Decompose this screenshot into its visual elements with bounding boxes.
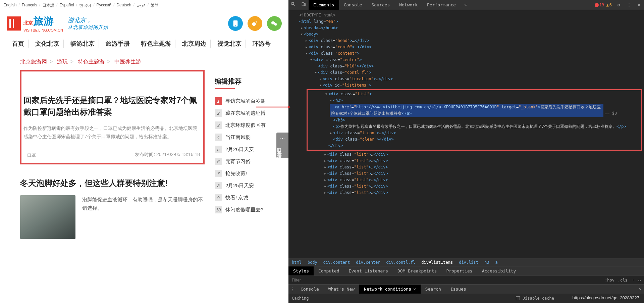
crumb-item[interactable]: div.list (459, 260, 478, 265)
styles-pane-icon[interactable]: ▭ (638, 278, 641, 283)
wechat-icon[interactable] (267, 16, 282, 31)
devtools-tab[interactable]: Console (339, 0, 367, 10)
nav-item[interactable]: 畅游北京 (66, 40, 99, 48)
logo-big: 旅游 (34, 14, 54, 28)
disable-cache-checkbox[interactable] (516, 296, 520, 300)
devtools-tab[interactable]: Performance (422, 0, 461, 10)
sidebar-item[interactable]: 2藏在京城的遗址博 (215, 107, 268, 119)
bc-theme[interactable]: 特色主题游 (78, 59, 105, 64)
article-highlighted: 回家后先洗手还是摘口罩？地坛医院专家对7个佩戴口罩问题给出标准答案 作为防控新冠… (20, 70, 205, 164)
article-tag[interactable]: 口罩 (25, 152, 38, 159)
lang-link[interactable]: Français (22, 3, 37, 8)
sidebar-item[interactable]: 4当江南风韵 (215, 131, 268, 143)
nav-item[interactable]: 旅游手册 (102, 40, 134, 48)
logo[interactable]: 北京 旅游 VISITBEIJING.COM.CN (7, 14, 63, 32)
styles-tab[interactable]: Accessibility (477, 266, 521, 275)
gear-icon[interactable]: ⚙ (614, 2, 624, 7)
devtools-tab[interactable]: Sources (367, 0, 394, 10)
drawer-tab[interactable]: Issues (446, 285, 471, 294)
lang-link[interactable]: English (3, 3, 16, 8)
drawer-kebab-icon[interactable]: ⋮ (288, 287, 296, 292)
sidebar-item[interactable]: 6元宵节习俗 (215, 155, 268, 167)
nav-item[interactable]: 特色主题游 (137, 40, 175, 48)
nav-item[interactable]: 北京周边 (178, 40, 211, 48)
social-icons (228, 16, 282, 31)
device-icon[interactable] (299, 2, 309, 8)
devtools: ElementsConsoleSourcesNetworkPerformance… (288, 0, 644, 303)
hov-toggle[interactable]: :hov (605, 278, 614, 283)
filter-input[interactable] (292, 278, 605, 283)
article-title[interactable]: 回家后先洗手还是摘口罩？地坛医院专家对7个佩戴口罩问题给出标准答案 (23, 95, 201, 118)
nav-item[interactable]: 文化北京 (31, 40, 64, 48)
sidebar-item[interactable]: 82月25日天安 (215, 180, 268, 192)
more-tabs-icon[interactable]: » (461, 2, 471, 7)
sidebar: 编辑推荐 1寻访京城的百岁胡2藏在京城的遗址博3北京环球度假区有4当江南风韵52… (215, 68, 268, 239)
crumb-item[interactable]: a (495, 260, 497, 265)
styles-tab[interactable]: Styles (288, 266, 314, 275)
lang-link[interactable]: Русский (96, 3, 111, 8)
drawer-tab[interactable]: Console (296, 285, 324, 294)
article2-desc: 泡脚能促进血液循环，有助睡眠，是冬天暖脚暖身的不错选择。 (82, 195, 205, 239)
lang-link[interactable]: 繁體 (151, 3, 159, 8)
lang-link[interactable]: 한국어 (79, 3, 91, 8)
inspect-icon[interactable] (288, 2, 299, 8)
nav-item[interactable]: 环游号 (249, 40, 275, 48)
devtools-tab[interactable]: Elements (309, 0, 339, 10)
crumb-bar: htmlbodydiv.contentdiv.centerdiv.contl.f… (288, 258, 644, 266)
crumb-item[interactable]: div#listItems (421, 260, 453, 265)
kebab-icon[interactable]: ⋮ (624, 2, 634, 7)
nav-item[interactable]: 首页 (8, 40, 29, 48)
support-widget[interactable]: ⋯ 联系客服在线咨询 (276, 133, 288, 158)
crumb-item[interactable]: div.contl.fl (386, 260, 416, 265)
sidebar-item[interactable]: 52月26日天安 (215, 143, 268, 155)
crumb-item[interactable]: div.center (356, 260, 380, 265)
error-badge[interactable]: 13 (595, 3, 604, 7)
new-style-icon[interactable]: ＋ (631, 277, 635, 283)
bc-current[interactable]: 中医养生游 (114, 59, 141, 64)
close-icon[interactable]: ✕ (413, 287, 416, 292)
browser-page: English/Français/日本語/Español/한국어/Русский… (0, 0, 288, 303)
sidebar-item[interactable]: 10休闲度假哪里去? (215, 204, 268, 216)
warn-badge[interactable]: ▲6 (606, 3, 612, 7)
nav-item[interactable]: 视觉北京 (213, 40, 246, 48)
article2-title[interactable]: 冬天泡脚好处多，但这些人群要特别注意! (20, 178, 205, 189)
site-header: 北京 旅游 VISITBEIJING.COM.CN 游北京， 从北京旅游网开始 (0, 11, 288, 38)
styles-tabs: StylesComputedEvent ListenersDOM Breakpo… (288, 266, 644, 275)
sidebar-item[interactable]: 9快看! 京城 (215, 192, 268, 204)
svg-rect-7 (302, 3, 304, 6)
lang-link[interactable]: Español (59, 3, 74, 8)
crumb-item[interactable]: body (308, 260, 317, 265)
article2-thumb[interactable] (20, 195, 75, 239)
language-bar: English/Français/日本語/Español/한국어/Русский… (0, 0, 288, 11)
drawer-tab[interactable]: Search (421, 285, 446, 294)
lang-link[interactable]: 日本語 (42, 3, 54, 8)
sidebar-item[interactable]: 1寻访京城的百岁胡 (215, 95, 268, 107)
dom-tree[interactable]: <!DOCTYPE html><html lang="en">▸<head>…<… (288, 10, 644, 258)
phone-icon[interactable] (228, 16, 243, 31)
cls-toggle[interactable]: .cls (618, 278, 628, 283)
styles-tab[interactable]: Event Listeners (344, 266, 393, 275)
crumb-item[interactable]: h3 (484, 260, 489, 265)
styles-tab[interactable]: Properties (441, 266, 477, 275)
drawer-tab[interactable]: Network conditions✕ (359, 285, 421, 294)
lang-link[interactable]: Deutsch (116, 3, 131, 8)
sidebar-title: 编辑推荐 (215, 77, 268, 86)
devtools-tab[interactable]: Network (394, 0, 422, 10)
lang-link[interactable]: عربي (137, 3, 146, 8)
bc-home[interactable]: 北京旅游网 (20, 59, 47, 64)
sidebar-item[interactable]: 3北京环球度假区有 (215, 119, 268, 131)
svg-point-1 (256, 21, 257, 22)
disable-cache-label: Disable cache (523, 296, 554, 301)
bc-play[interactable]: 游玩 (57, 59, 68, 64)
weibo-icon[interactable] (248, 16, 262, 31)
sidebar-item[interactable]: 7抢先收藏! (215, 167, 268, 180)
close-icon[interactable]: ✕ (634, 2, 644, 7)
crumb-item[interactable]: html (292, 260, 302, 265)
crumb-item[interactable]: div.content (323, 260, 350, 265)
close-icon[interactable]: ✕ (637, 287, 644, 292)
drawer-tab[interactable]: What's New (324, 285, 359, 294)
styles-tab[interactable]: Computed (314, 266, 344, 275)
devtools-toolbar: ElementsConsoleSourcesNetworkPerformance… (288, 0, 644, 10)
caching-label: Caching (292, 296, 309, 301)
styles-tab[interactable]: DOM Breakpoints (393, 266, 441, 275)
